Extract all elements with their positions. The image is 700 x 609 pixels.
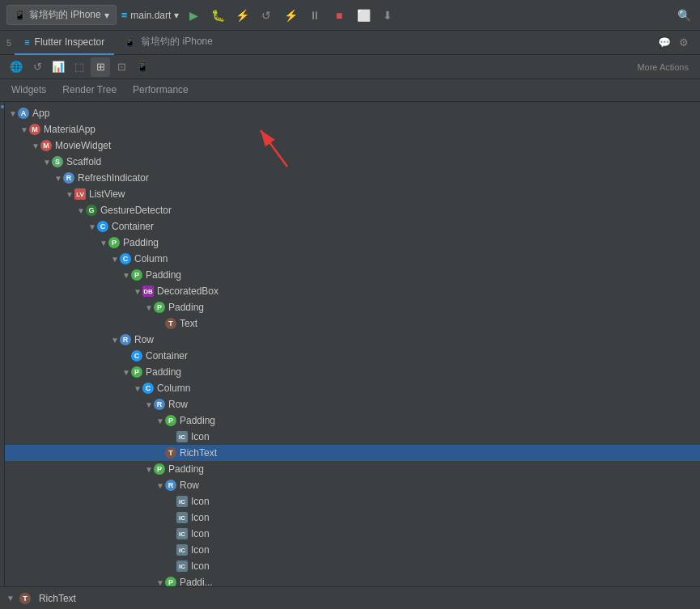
tree-expand-arrow[interactable]: ▼ — [42, 154, 52, 170]
tree-item[interactable]: ▼AApp — [5, 105, 700, 121]
tree-item[interactable]: ▼CColumn — [5, 251, 700, 267]
tree-item[interactable]: ▼DBDecoratedBox — [5, 283, 700, 299]
tree-expand-arrow[interactable]: ▼ — [155, 412, 165, 429]
tree-expand-arrow[interactable]: ▼ — [121, 267, 131, 283]
tree-item[interactable]: ▼RRow — [5, 396, 700, 412]
widget-name: Padding — [123, 237, 159, 248]
tree-expand-arrow[interactable]: ▼ — [87, 218, 97, 235]
tree-item[interactable]: ICIcon — [5, 542, 700, 558]
tree-item[interactable]: TText — [5, 315, 700, 332]
tree-expand-arrow[interactable] — [167, 542, 176, 558]
tree-item[interactable]: ▼CContainer — [5, 218, 700, 235]
tree-expand-arrow[interactable]: ▼ — [19, 121, 29, 137]
tab-flutter-inspector[interactable]: ≡ Flutter Inspector — [15, 31, 114, 55]
device-button[interactable]: 📱 — [133, 57, 152, 77]
tree-item[interactable]: ▼PPaddi... — [5, 574, 700, 586]
chat-icon[interactable]: 💬 — [655, 33, 674, 53]
run-button[interactable]: ▶ — [184, 6, 203, 25]
tab-bar: 5 ≡ Flutter Inspector 📱 翁培钧的 iPhone 💬 ⚙ — [0, 31, 700, 55]
main-window: 📱 翁培钧的 iPhone ▾ ≡ main.dart ▾ ▶ 🐛 ⚡ ↺ ⚡ … — [0, 0, 700, 609]
inspect-button[interactable]: 🌐 — [6, 57, 26, 77]
coverage-button[interactable]: ⚡ — [232, 6, 252, 25]
widget-badge: P — [131, 366, 142, 378]
tree-item[interactable]: ▼PPadding — [5, 267, 700, 283]
tree-expand-arrow[interactable] — [167, 429, 176, 445]
widget-name: RichText — [180, 447, 217, 459]
tree-expand-arrow[interactable] — [167, 526, 176, 542]
tree-item[interactable]: ▼MMovieWidget — [5, 137, 700, 154]
device-selector[interactable]: 📱 翁培钧的 iPhone ▾ — [6, 5, 117, 25]
tree-item[interactable]: CContainer — [5, 348, 700, 364]
main-content: ▼AApp▼MMaterialApp▼MMovieWidget▼SScaffol… — [0, 102, 700, 586]
tree-expand-arrow[interactable]: ▼ — [121, 364, 131, 380]
tree-item[interactable]: ICIcon — [5, 493, 700, 510]
refresh-button[interactable]: ↺ — [28, 57, 47, 77]
tree-item[interactable]: ICIcon — [5, 429, 700, 445]
profile-button[interactable]: ↺ — [257, 6, 276, 25]
tree-item[interactable]: ▼CColumn — [5, 380, 700, 396]
tree-expand-arrow[interactable]: ▼ — [53, 170, 63, 186]
tree-expand-arrow[interactable]: ▼ — [133, 380, 142, 396]
tree-expand-arrow[interactable]: ▼ — [144, 299, 154, 315]
tree-item[interactable]: ▼LVListView — [5, 186, 700, 202]
hot-restart-button[interactable]: ⏸ — [305, 6, 325, 25]
tree-item[interactable]: ▼RRefreshIndicator — [5, 170, 700, 186]
tree-expand-arrow[interactable]: ▼ — [155, 574, 165, 586]
subtab-performance[interactable]: Performance — [125, 79, 197, 102]
tree-item[interactable]: ▼SScaffold — [5, 154, 700, 170]
grid-button[interactable]: ⊞ — [91, 57, 110, 77]
tree-expand-arrow[interactable] — [155, 445, 165, 461]
tree-expand-arrow[interactable] — [121, 348, 131, 364]
search-button[interactable]: 🔍 — [674, 6, 694, 25]
tree-expand-arrow[interactable] — [155, 315, 165, 332]
tree-expand-arrow[interactable] — [167, 510, 176, 526]
tree-expand-arrow[interactable]: ▼ — [144, 396, 154, 412]
tree-expand-arrow[interactable] — [167, 493, 176, 510]
tree-item[interactable]: ▼PPadding — [5, 364, 700, 380]
status-widget-name: RichText — [39, 593, 76, 604]
tree-item[interactable]: ICIcon — [5, 558, 700, 574]
widget-badge: R — [120, 334, 131, 345]
layout-button[interactable]: ⬚ — [70, 57, 89, 77]
tree-expand-arrow[interactable]: ▼ — [8, 105, 18, 121]
tree-item[interactable]: TRichText — [5, 445, 700, 461]
widget-badge: R — [63, 172, 74, 184]
tree-item[interactable]: ▼GGestureDetector — [5, 202, 700, 218]
tree-item[interactable]: ▼PPadding — [5, 235, 700, 251]
build-button[interactable]: ⬜ — [354, 6, 373, 25]
hot-reload-button[interactable]: ⚡ — [281, 6, 300, 25]
tree-expand-arrow[interactable]: ▼ — [65, 186, 74, 202]
tree-expand-arrow[interactable]: ▼ — [155, 477, 165, 493]
download-button[interactable]: ⬇ — [378, 6, 397, 25]
debug-button[interactable]: 🐛 — [208, 6, 227, 25]
settings-icon[interactable]: ⚙ — [674, 33, 694, 53]
tree-item[interactable]: ▼PPadding — [5, 299, 700, 315]
tree-item[interactable]: ▼PPadding — [5, 461, 700, 477]
tree-item[interactable]: ICIcon — [5, 510, 700, 526]
tree-item[interactable]: ICIcon — [5, 526, 700, 542]
tree-item[interactable]: ▼PPadding — [5, 412, 700, 429]
widget-badge: S — [52, 156, 63, 167]
tree-item[interactable]: ▼RRow — [5, 332, 700, 348]
flutter-inspector-tab-label: Flutter Inspector — [35, 36, 105, 48]
icon-toolbar: 🌐 ↺ 📊 ⬚ ⊞ ⊡ 📱 More Actions — [0, 55, 700, 79]
file-selector[interactable]: ≡ main.dart ▾ — [121, 9, 180, 21]
tab-device[interactable]: 📱 翁培钧的 iPhone — [114, 31, 223, 55]
tree-expand-arrow[interactable]: ▼ — [76, 202, 86, 218]
tree-item[interactable]: ▼MMaterialApp — [5, 121, 700, 137]
tree-expand-arrow[interactable]: ▼ — [110, 251, 120, 267]
tree-item[interactable]: ▼RRow — [5, 477, 700, 493]
stop-button[interactable]: ■ — [329, 6, 349, 25]
tree-expand-arrow[interactable] — [167, 558, 176, 574]
chart-button[interactable]: 📊 — [49, 57, 68, 77]
widget-badge: M — [40, 140, 52, 151]
subtab-widgets[interactable]: Widgets — [3, 79, 54, 102]
tree-expand-arrow[interactable]: ▼ — [144, 461, 154, 477]
subtab-render-tree[interactable]: Render Tree — [54, 79, 125, 102]
widget-button[interactable]: ⊡ — [112, 57, 131, 77]
more-actions-button[interactable]: More Actions — [632, 59, 694, 75]
tree-expand-arrow[interactable]: ▼ — [31, 137, 40, 154]
tree-expand-arrow[interactable]: ▼ — [133, 283, 142, 299]
tree-expand-arrow[interactable]: ▼ — [99, 235, 108, 251]
tree-expand-arrow[interactable]: ▼ — [110, 332, 120, 348]
